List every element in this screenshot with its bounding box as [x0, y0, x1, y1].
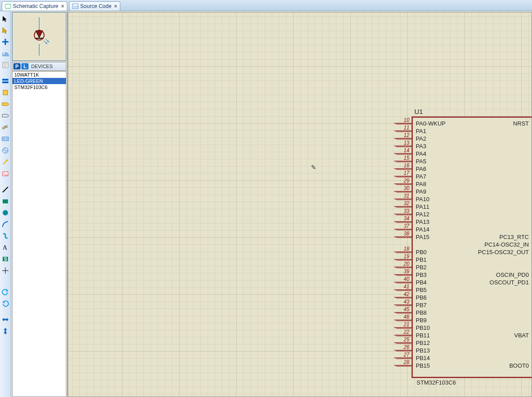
svg-text:010: 010 [74, 5, 78, 8]
svg-text:37: 37 [404, 223, 410, 229]
generator-tool[interactable] [0, 146, 10, 155]
instrument-tool[interactable] [0, 169, 10, 178]
svg-text:PB13: PB13 [416, 347, 430, 354]
svg-rect-16 [3, 90, 8, 95]
svg-text:BOOT0: BOOT0 [509, 362, 529, 369]
svg-text:41: 41 [404, 284, 409, 290]
svg-text:PA5: PA5 [416, 158, 426, 165]
svg-marker-35 [36, 31, 43, 38]
svg-text:PA6: PA6 [416, 166, 426, 172]
wirelabel-tool[interactable]: LBL [0, 49, 10, 58]
junction-tool[interactable] [0, 37, 10, 47]
svg-text:10: 10 [404, 117, 410, 123]
svg-point-21 [6, 159, 8, 161]
schematic-canvas[interactable]: ✎ U1STM32F103C610PA0-WKUP11PA112PA213PA3… [68, 12, 532, 397]
svg-text:PB15: PB15 [416, 362, 430, 369]
svg-text:PA4: PA4 [416, 150, 426, 157]
svg-text:PB8: PB8 [416, 309, 427, 316]
svg-text:S: S [4, 257, 7, 262]
terminal-tool[interactable] [0, 99, 10, 109]
component-tool[interactable] [0, 25, 10, 35]
arc-tool[interactable] [0, 219, 10, 229]
svg-text:PB12: PB12 [416, 340, 430, 346]
svg-text:11: 11 [404, 125, 409, 131]
svg-text:PA0-WKUP: PA0-WKUP [416, 120, 446, 127]
tab-source-code[interactable]: 010 Source Code × [69, 1, 120, 11]
pick-devices-button[interactable]: P [13, 63, 20, 69]
graph-tool[interactable] [0, 122, 10, 132]
svg-text:34: 34 [404, 215, 410, 222]
svg-text:PA13: PA13 [416, 219, 430, 225]
circle-tool[interactable] [0, 208, 10, 218]
tab-bar: Schematic Capture × 010 Source Code × [0, 0, 532, 11]
device-item[interactable]: LED-GREEN [12, 78, 66, 84]
device-item[interactable]: STM32F103C6 [12, 84, 66, 90]
tape-tool[interactable] [0, 134, 10, 144]
svg-text:40: 40 [404, 276, 410, 282]
rotate-cw-tool[interactable] [0, 287, 10, 297]
svg-text:PA8: PA8 [416, 181, 426, 187]
svg-text:43: 43 [404, 299, 410, 305]
flip-v-tool[interactable] [0, 326, 10, 336]
line-tool[interactable] [0, 185, 10, 194]
svg-text:38: 38 [404, 231, 410, 237]
devicepin-tool[interactable] [0, 111, 10, 121]
svg-text:12: 12 [404, 132, 410, 138]
svg-text:PB2: PB2 [416, 264, 427, 271]
svg-text:PA7: PA7 [416, 173, 426, 180]
svg-text:PB4: PB4 [416, 279, 427, 286]
svg-text:14: 14 [404, 147, 410, 154]
path-tool[interactable] [0, 231, 10, 241]
svg-text:PB3: PB3 [416, 271, 427, 278]
svg-text:VBAT: VBAT [514, 332, 529, 339]
svg-text:U1: U1 [414, 108, 423, 115]
svg-text:PA2: PA2 [416, 135, 426, 142]
svg-text:29: 29 [403, 178, 410, 184]
svg-text:15: 15 [404, 155, 410, 161]
component-u1[interactable]: U1STM32F103C610PA0-WKUP11PA112PA213PA314… [390, 104, 532, 397]
svg-text:PC14-OSC32_IN: PC14-OSC32_IN [484, 241, 529, 248]
box-tool[interactable] [0, 196, 10, 206]
svg-rect-0 [5, 4, 11, 8]
symbol-tool[interactable]: S [0, 254, 10, 264]
probe-tool[interactable] [0, 157, 10, 167]
tab-schematic-capture[interactable]: Schematic Capture × [2, 1, 67, 11]
svg-text:PA10: PA10 [416, 196, 430, 203]
svg-text:21: 21 [403, 321, 409, 328]
svg-text:26: 26 [403, 344, 410, 350]
marker-tool[interactable] [0, 266, 10, 275]
library-button[interactable]: L [21, 63, 29, 69]
close-icon[interactable]: × [114, 3, 117, 9]
svg-text:13: 13 [404, 140, 410, 146]
svg-text:42: 42 [404, 291, 410, 297]
close-icon[interactable]: × [61, 3, 64, 9]
svg-text:OSCOUT_PD1: OSCOUT_PD1 [490, 279, 529, 286]
svg-text:PC13_RTC: PC13_RTC [499, 234, 529, 240]
svg-text:OSCIN_PD0: OSCIN_PD0 [496, 271, 529, 278]
svg-rect-24 [3, 199, 8, 203]
bus-tool[interactable] [0, 76, 10, 86]
rotate-ccw-tool[interactable] [0, 299, 10, 308]
svg-text:27: 27 [403, 352, 410, 358]
svg-text:PB10: PB10 [416, 324, 430, 331]
subcircuit-tool[interactable] [0, 88, 10, 97]
devices-list[interactable]: 10WATT1KLED-GREENSTM32F103C6 [12, 71, 66, 397]
svg-text:PB0: PB0 [416, 249, 427, 255]
svg-text:PA3: PA3 [416, 143, 426, 150]
svg-text:19: 19 [404, 253, 410, 259]
text-tool[interactable]: A [0, 243, 10, 252]
svg-text:20: 20 [403, 261, 410, 267]
svg-text:PA12: PA12 [416, 211, 430, 218]
svg-text:30: 30 [404, 185, 410, 191]
flip-h-tool[interactable] [0, 315, 10, 324]
tab-label: Source Code [80, 3, 111, 9]
component-preview [12, 12, 66, 61]
svg-text:16: 16 [404, 162, 410, 169]
svg-text:PA15: PA15 [416, 234, 430, 240]
script-tool[interactable] [0, 60, 10, 70]
svg-text:LBL: LBL [2, 52, 9, 56]
devices-header: P L DEVICES [12, 62, 66, 71]
svg-text:39: 39 [404, 268, 410, 275]
device-item[interactable]: 10WATT1K [12, 72, 66, 78]
selection-tool[interactable] [0, 14, 10, 24]
